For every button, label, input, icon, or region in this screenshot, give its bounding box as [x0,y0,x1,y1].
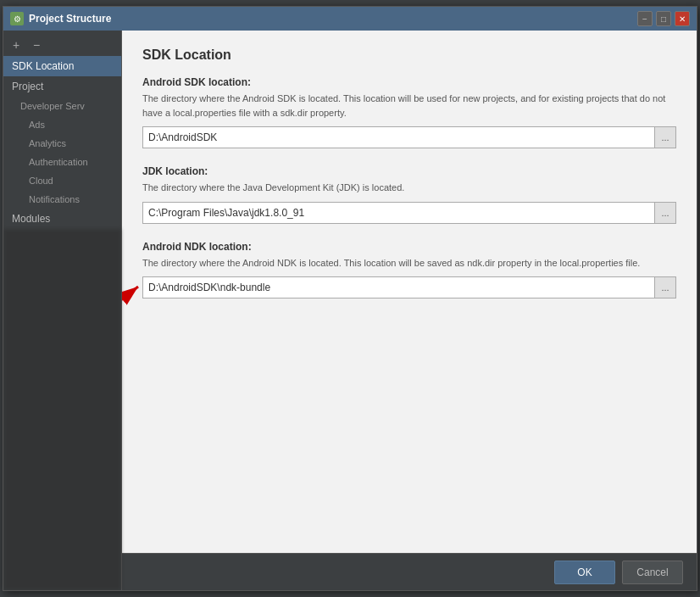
jdk-description: The directory where the Java Development… [142,181,676,195]
sidebar-toolbar: + − [3,34,121,56]
project-structure-dialog: ⚙ Project Structure − □ ✕ + − SDK Locati… [3,6,697,591]
android-ndk-section: Android NDK location: The directory wher… [142,241,676,299]
add-button[interactable]: + [8,37,24,53]
android-ndk-description: The directory where the Android NDK is l… [142,256,676,271]
title-bar-controls: − □ ✕ [637,11,690,26]
sidebar-item-ads[interactable]: Ads [3,115,121,134]
android-sdk-description: The directory where the Android SDK is l… [142,92,676,120]
jdk-input-row: ... [142,202,676,224]
sidebar-item-analytics[interactable]: Analytics [3,134,121,153]
android-ndk-path-input[interactable] [142,276,654,298]
sidebar-blurred-area [3,229,121,590]
close-button[interactable]: ✕ [675,11,690,26]
android-ndk-header: Android NDK location: [142,241,676,253]
android-ndk-browse-button[interactable]: ... [654,276,676,298]
sidebar-item-notifications[interactable]: Notifications [3,190,121,209]
dialog-footer: OK Cancel [122,553,697,590]
minimize-button[interactable]: − [637,11,653,26]
sidebar-item-project[interactable]: Project [3,76,121,97]
svg-line-1 [122,287,138,316]
page-title: SDK Location [142,47,676,63]
android-sdk-path-input[interactable] [142,126,654,148]
red-arrow-indicator [122,278,147,321]
android-sdk-input-row: ... [142,126,676,148]
jdk-section: JDK location: The directory where the Ja… [142,165,676,224]
ok-button[interactable]: OK [554,561,615,584]
sidebar-item-cloud[interactable]: Cloud [3,171,121,190]
sidebar-item-sdk-location[interactable]: SDK Location [3,56,121,76]
sidebar-item-authentication[interactable]: Authentication [3,153,121,171]
sidebar: + − SDK Location Project Developer Serv … [3,31,122,590]
app-icon: ⚙ [10,12,24,25]
remove-button[interactable]: − [29,37,44,53]
window-title: Project Structure [29,13,111,25]
main-content: SDK Location Android SDK location: The d… [122,31,697,590]
android-ndk-input-row: ... [142,276,676,298]
maximize-button[interactable]: □ [656,11,671,26]
jdk-header: JDK location: [142,165,676,177]
cancel-button[interactable]: Cancel [622,561,683,584]
title-bar: ⚙ Project Structure − □ ✕ [3,7,697,31]
dialog-body: + − SDK Location Project Developer Serv … [3,31,697,590]
android-sdk-section: Android SDK location: The directory wher… [142,76,676,148]
android-sdk-header: Android SDK location: [142,76,676,88]
content-area: SDK Location Android SDK location: The d… [122,31,697,553]
android-sdk-browse-button[interactable]: ... [654,126,676,148]
jdk-path-input[interactable] [142,202,654,224]
sidebar-item-modules[interactable]: Modules [3,209,121,229]
sidebar-item-developer-services[interactable]: Developer Serv [3,97,121,115]
title-bar-left: ⚙ Project Structure [10,12,111,25]
jdk-browse-button[interactable]: ... [654,202,676,224]
